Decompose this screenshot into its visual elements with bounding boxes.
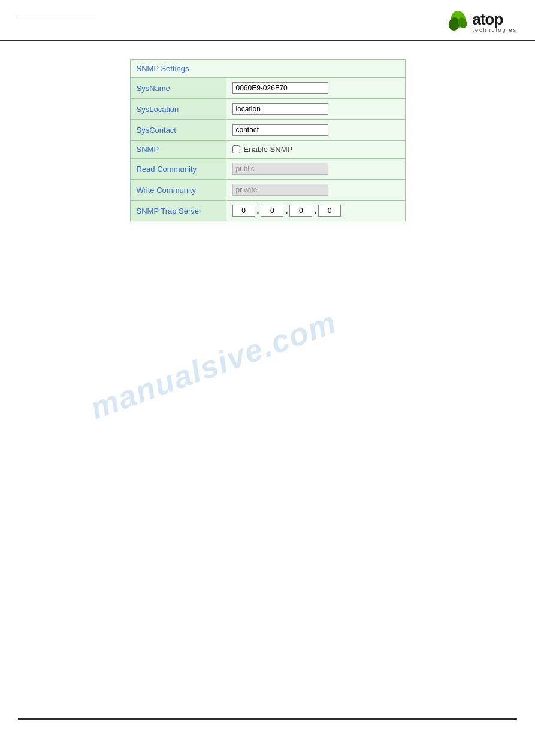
logo-icon	[447, 11, 470, 34]
snmp-enable-checkbox-label[interactable]: Enable SNMP	[244, 145, 293, 154]
syslocation-cell	[226, 99, 405, 120]
footer-divider	[18, 718, 517, 720]
snmp-enable-checkbox[interactable]	[232, 145, 240, 153]
write-community-cell	[226, 180, 405, 201]
table-row: Read Community	[130, 159, 405, 180]
table-row: SNMP Trap Server . . .	[130, 201, 405, 221]
sysname-input[interactable]	[232, 82, 328, 94]
syscontact-label: SysContact	[130, 120, 226, 141]
ip-field-group: . . .	[232, 205, 399, 217]
table-row: SNMP Enable SNMP	[130, 141, 405, 159]
header-top-line	[18, 17, 96, 17]
sysname-label: SysName	[130, 78, 226, 99]
logo-brand-sub: Technologies	[472, 27, 517, 33]
syslocation-label: SysLocation	[130, 99, 226, 120]
sysname-cell	[226, 78, 405, 99]
snmp-enable-row: Enable SNMP	[232, 145, 399, 154]
ip-octet-2[interactable]	[261, 205, 283, 217]
syscontact-cell	[226, 120, 405, 141]
ip-octet-3[interactable]	[289, 205, 312, 217]
snmp-enable-label: SNMP	[130, 141, 226, 159]
page-header: atop Technologies	[0, 0, 535, 34]
table-row: SysName	[130, 78, 405, 99]
write-community-input[interactable]	[232, 184, 328, 196]
table-row: SysLocation	[130, 99, 405, 120]
watermark: manualsive.com	[86, 304, 341, 426]
logo-brand: atop Technologies	[472, 11, 517, 33]
ip-octet-1[interactable]	[232, 205, 255, 217]
table-row: Write Community	[130, 180, 405, 201]
ip-dot-1: .	[256, 206, 260, 215]
snmp-title: SNMP Settings	[137, 64, 189, 73]
snmp-settings-table: SNMP Settings SysName SysLocation SysCon…	[130, 59, 406, 221]
snmp-title-row: SNMP Settings	[130, 60, 405, 78]
logo-brand-name: atop	[472, 11, 517, 27]
header-line	[18, 11, 96, 17]
ip-octet-4[interactable]	[318, 205, 341, 217]
syscontact-input[interactable]	[232, 124, 328, 136]
snmp-title-cell: SNMP Settings	[130, 60, 405, 78]
table-row: SysContact	[130, 120, 405, 141]
read-community-label: Read Community	[130, 159, 226, 180]
trap-server-cell: . . .	[226, 201, 405, 221]
snmp-enable-cell: Enable SNMP	[226, 141, 405, 159]
syslocation-input[interactable]	[232, 103, 328, 115]
trap-server-label: SNMP Trap Server	[130, 201, 226, 221]
ip-dot-2: .	[285, 206, 288, 215]
logo: atop Technologies	[447, 11, 517, 34]
read-community-input[interactable]	[232, 163, 328, 175]
main-content: SNMP Settings SysName SysLocation SysCon…	[0, 41, 535, 239]
write-community-label: Write Community	[130, 180, 226, 201]
read-community-cell	[226, 159, 405, 180]
ip-dot-3: .	[313, 206, 317, 215]
